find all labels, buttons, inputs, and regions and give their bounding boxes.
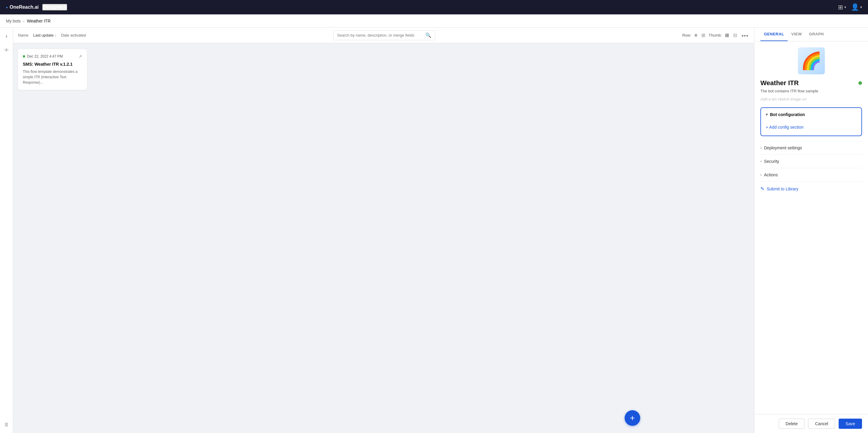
breadcrumb-mybots[interactable]: My bots <box>6 19 21 23</box>
left-sidebar: › 👁 🗑 <box>0 28 13 433</box>
apps-icon: ⊞ <box>838 4 843 11</box>
submit-icon: ✎ <box>761 186 764 192</box>
bot-name: Weather ITR <box>761 79 799 87</box>
delete-sidebar-button[interactable]: 🗑 <box>2 420 11 429</box>
trash-icon: 🗑 <box>4 422 9 427</box>
deployment-chevron-icon: › <box>761 146 762 150</box>
security-header[interactable]: › Security <box>761 159 862 164</box>
bot-card-date: Dec 22, 2022 4:47 PM <box>23 54 63 58</box>
deployment-settings-label: Deployment settings <box>764 145 802 150</box>
main-layout: › 👁 🗑 Name Last update ↓ Date activated <box>0 28 868 433</box>
bot-emoji: 🌈 <box>801 53 822 69</box>
chevron-down-icon: ▾ <box>766 112 768 117</box>
search-input[interactable] <box>337 33 423 37</box>
external-link-icon: ↗ <box>79 54 82 59</box>
panel-footer: Delete Cancel Save <box>754 414 868 433</box>
bot-card-title: SMS: Weather ITR v.1.2.1 <box>23 62 82 66</box>
bot-avatar: 🌈 <box>761 47 862 75</box>
add-config-section-button[interactable]: + Add config section <box>766 123 804 131</box>
deployment-settings-section: › Deployment settings <box>761 141 862 154</box>
bio-sketch-url[interactable]: Add a bio sketch image url <box>761 97 862 102</box>
status-dot <box>23 55 25 58</box>
deployment-settings-header[interactable]: › Deployment settings <box>761 145 862 150</box>
date-activated-column-header[interactable]: Date activated <box>61 33 86 37</box>
sort-arrow-icon: ↓ <box>55 34 56 37</box>
add-button-container: + <box>625 410 640 426</box>
bot-name-row: Weather ITR <box>761 79 862 87</box>
external-link-button[interactable]: ↗ <box>79 54 82 59</box>
bot-card-header: Dec 22, 2022 4:47 PM ↗ <box>23 54 82 59</box>
delete-button[interactable]: Delete <box>779 418 804 429</box>
list-icon: ≡ <box>694 33 697 38</box>
bot-avatar-image: 🌈 <box>798 47 825 75</box>
tab-graph[interactable]: GRAPH <box>805 28 827 41</box>
last-update-column-header[interactable]: Last update ↓ <box>33 33 56 37</box>
content-area: Name Last update ↓ Date activated 🔍 Row:… <box>13 28 754 433</box>
thumb-dots-button[interactable]: ●●● <box>740 32 749 39</box>
row-grid-view-button[interactable]: ⊞ <box>701 32 706 39</box>
thumb-small-icon: ⊟ <box>733 33 737 38</box>
bot-card[interactable]: Dec 22, 2022 4:47 PM ↗ SMS: Weather ITR … <box>18 49 87 90</box>
grid-icon: ⊞ <box>701 33 705 38</box>
search-icon: 🔍 <box>425 32 431 38</box>
brand-logo: ● OneReach.ai <box>6 4 39 10</box>
tab-view[interactable]: VIEW <box>788 28 805 41</box>
thumb-dots-icon: ●●● <box>741 33 748 38</box>
thumb-small-button[interactable]: ⊟ <box>732 32 738 39</box>
save-button[interactable]: Save <box>839 418 862 429</box>
actions-header[interactable]: › Actions <box>761 172 862 177</box>
submit-to-library-link[interactable]: ✎ Submit to Library <box>761 181 862 196</box>
submit-label: Submit to Library <box>767 186 799 191</box>
chevron-right-icon: › <box>6 33 7 39</box>
bot-configuration-section: ▾ Bot configuration + Add config section <box>761 107 862 136</box>
add-bot-button[interactable]: + <box>625 410 640 426</box>
bot-configuration-header[interactable]: ▾ Bot configuration <box>761 108 861 121</box>
sidebar-bottom: 🗑 <box>2 420 11 429</box>
bot-card-description: This flow template demonstrates a simple… <box>23 69 82 85</box>
search-box: 🔍 <box>333 30 435 40</box>
sidebar-toggle-button[interactable]: › <box>2 31 11 41</box>
thumb-large-button[interactable]: ⊞ <box>724 32 730 39</box>
bot-configuration-title: ▾ Bot configuration <box>766 112 805 117</box>
actions-label: Actions <box>764 172 778 177</box>
security-section: › Security <box>761 154 862 168</box>
nav-right: ⊞ ▾ 👤 ▾ <box>838 3 862 11</box>
eye-off-icon-button[interactable]: 👁 <box>2 46 11 55</box>
row-label: Row: <box>682 33 691 37</box>
bot-status-dot <box>859 81 862 85</box>
thumb-large-icon: ⊞ <box>725 33 729 38</box>
breadcrumb-separator: › <box>23 19 25 23</box>
actions-section: › Actions <box>761 168 862 181</box>
breadcrumb-current: Weather ITR <box>27 19 51 23</box>
row-controls: Row: ≡ ⊞ Thumb: ⊞ ⊟ ●●● <box>682 32 749 39</box>
user-menu-button[interactable]: 👤 ▾ <box>851 3 862 11</box>
apps-button[interactable]: ⊞ ▾ <box>838 4 846 11</box>
brand-dot: ● <box>6 6 8 9</box>
top-navigation: ● OneReach.ai Designer ▾ ⊞ ▾ 👤 ▾ <box>0 0 868 15</box>
panel-content: 🌈 Weather ITR The bot contains ITR flow … <box>754 41 868 414</box>
cancel-button[interactable]: Cancel <box>808 418 835 429</box>
security-chevron-icon: › <box>761 159 762 164</box>
security-label: Security <box>764 159 779 164</box>
actions-chevron-icon: › <box>761 173 762 177</box>
designer-dropdown[interactable]: Designer ▾ <box>42 4 67 10</box>
nav-left: ● OneReach.ai Designer ▾ <box>6 4 67 10</box>
thumb-label: Thumb: <box>709 33 722 37</box>
name-column-header[interactable]: Name <box>18 33 29 37</box>
toolbar: Name Last update ↓ Date activated 🔍 Row:… <box>13 28 754 43</box>
list-area: Dec 22, 2022 4:47 PM ↗ SMS: Weather ITR … <box>13 43 754 433</box>
plus-icon: + <box>630 413 635 423</box>
toolbar-left: Name Last update ↓ Date activated <box>18 33 86 37</box>
bot-subtitle: The bot contains ITR flow sample <box>761 89 862 93</box>
right-panel: GENERAL VIEW GRAPH 🌈 Weather ITR <box>754 28 868 433</box>
bot-configuration-content: + Add config section <box>761 121 861 136</box>
user-icon: 👤 <box>851 3 859 11</box>
eye-off-icon: 👁 <box>4 48 9 53</box>
panel-tabs: GENERAL VIEW GRAPH <box>754 28 868 41</box>
tab-general[interactable]: GENERAL <box>761 28 788 41</box>
row-list-view-button[interactable]: ≡ <box>693 32 698 39</box>
breadcrumb: My bots › Weather ITR <box>0 15 868 28</box>
